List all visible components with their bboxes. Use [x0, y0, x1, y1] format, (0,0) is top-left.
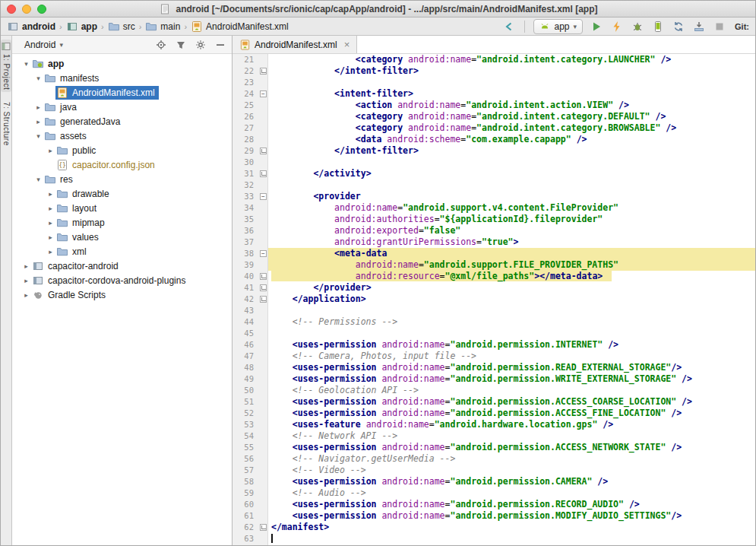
tree-item-gradle-scripts[interactable]: ▸Gradle Scripts: [12, 287, 232, 302]
tree-item-res[interactable]: ▾res: [12, 172, 232, 186]
fold-marker[interactable]: −: [258, 191, 268, 202]
code-line-28[interactable]: 28 <data android:scheme="com.example.cap…: [232, 134, 755, 145]
code-line-63[interactable]: 63: [232, 533, 755, 544]
code-line-26[interactable]: 26 <category android:name="android.inten…: [232, 111, 755, 122]
settings-icon[interactable]: [195, 39, 206, 50]
back-icon[interactable]: [502, 20, 516, 33]
project-view-selector[interactable]: Android ▾: [24, 40, 63, 50]
code-line-51[interactable]: 51 <uses-permission android:name="androi…: [232, 396, 755, 408]
tree-item-generatedjava[interactable]: ▸generatedJava: [12, 114, 232, 129]
chevron-down-icon[interactable]: ▾: [33, 132, 43, 140]
code-line-40[interactable]: 40 android:resource="@xml/file_paths"></…: [232, 271, 755, 282]
chevron-right-icon[interactable]: ▸: [46, 190, 55, 198]
tree-item-drawable[interactable]: ▸drawable: [12, 186, 232, 201]
code-line-29[interactable]: 29 </intent-filter>: [232, 145, 755, 157]
code-line-25[interactable]: 25 <action android:name="android.intent.…: [232, 100, 755, 111]
fold-marker[interactable]: [258, 294, 268, 305]
breadcrumb-item-android[interactable]: android: [5, 20, 57, 33]
structure-stripe-button[interactable]: 7: Structure: [2, 100, 11, 148]
code-line-59[interactable]: 59 <!-- Audio -->: [232, 487, 755, 499]
code-line-47[interactable]: 47 <!-- Camera, Photos, input file -->: [232, 351, 755, 362]
code-line-36[interactable]: 36 android:exported="false": [232, 225, 755, 236]
code-line-21[interactable]: 21 <category android:name="android.inten…: [232, 54, 755, 65]
fold-marker[interactable]: −: [258, 88, 268, 100]
zoom-window-button[interactable]: [37, 5, 46, 14]
tree-item-capacitor-cordova-android-plugins[interactable]: ▸capacitor-cordova-android-plugins: [12, 273, 232, 287]
code-line-43[interactable]: 43: [232, 305, 755, 316]
code-line-56[interactable]: 56 <!-- Navigator.getUserMedia -->: [232, 453, 755, 465]
close-tab-icon[interactable]: ×: [344, 40, 350, 49]
code-line-42[interactable]: 42 </application>: [232, 294, 755, 305]
code-line-45[interactable]: 45: [232, 328, 755, 339]
code-line-61[interactable]: 61 <uses-permission android:name="androi…: [232, 510, 755, 522]
code-line-44[interactable]: 44 <!-- Permissions -->: [232, 316, 755, 328]
hide-icon[interactable]: [214, 39, 226, 50]
fold-marker[interactable]: −: [258, 248, 268, 259]
code-line-52[interactable]: 52 <uses-permission android:name="androi…: [232, 408, 755, 419]
fold-marker[interactable]: [258, 522, 268, 533]
code-line-35[interactable]: 35 android:authorities="${applicationId}…: [232, 214, 755, 225]
tab-androidmanifest[interactable]: AndroidManifest.xml ×: [232, 36, 357, 53]
code-line-37[interactable]: 37 android:grantUriPermissions="true">: [232, 236, 755, 248]
code-line-48[interactable]: 48 <uses-permission android:name="androi…: [232, 362, 755, 373]
code-line-41[interactable]: 41 </provider>: [232, 282, 755, 294]
breadcrumb-item-app[interactable]: app: [65, 20, 99, 33]
tree-item-manifests[interactable]: ▾manifests: [12, 71, 232, 85]
device-icon[interactable]: [651, 20, 665, 33]
tree-item-layout[interactable]: ▸layout: [12, 201, 232, 215]
code-line-62[interactable]: 62</manifest>: [232, 522, 755, 533]
fold-marker[interactable]: [258, 271, 268, 282]
tree-item-public[interactable]: ▸public: [12, 143, 232, 157]
code-line-22[interactable]: 22 </intent-filter>: [232, 65, 755, 77]
chevron-right-icon[interactable]: ▸: [33, 118, 43, 125]
minimize-window-button[interactable]: [22, 5, 31, 14]
breadcrumb-item-main[interactable]: main: [144, 20, 182, 33]
code-editor[interactable]: 21 <category android:name="android.inten…: [232, 54, 755, 545]
code-line-30[interactable]: 30: [232, 157, 755, 168]
code-line-49[interactable]: 49 <uses-permission android:name="androi…: [232, 373, 755, 385]
code-line-54[interactable]: 54 <!-- Network API -->: [232, 430, 755, 442]
code-line-32[interactable]: 32: [232, 179, 755, 191]
chevron-right-icon[interactable]: ▸: [21, 277, 31, 284]
stop-icon[interactable]: [713, 20, 726, 33]
close-window-button[interactable]: [7, 5, 16, 14]
code-line-46[interactable]: 46 <uses-permission android:name="androi…: [232, 339, 755, 351]
sdk-icon[interactable]: [692, 20, 706, 33]
code-line-55[interactable]: 55 <uses-permission android:name="androi…: [232, 442, 755, 453]
chevron-down-icon[interactable]: ▾: [33, 176, 43, 183]
code-line-23[interactable]: 23: [232, 77, 755, 88]
project-stripe-button[interactable]: 1: Project: [1, 40, 11, 92]
code-line-34[interactable]: 34 android:name="android.support.v4.cont…: [232, 202, 755, 214]
tree-item-capacitor-android[interactable]: ▸capacitor-android: [12, 259, 232, 273]
chevron-right-icon[interactable]: ▸: [46, 219, 55, 227]
locate-icon[interactable]: [155, 39, 166, 50]
chevron-right-icon[interactable]: ▸: [33, 103, 43, 111]
code-line-33[interactable]: 33− <provider: [232, 191, 755, 202]
breadcrumb-item-androidmanifest-xml[interactable]: AndroidManifest.xml: [189, 20, 290, 33]
breadcrumb-item-src[interactable]: src: [106, 20, 137, 33]
tree-item-mipmap[interactable]: ▸mipmap: [12, 215, 232, 230]
tree-item-app[interactable]: ▾app: [12, 56, 232, 71]
tree-item-androidmanifest-xml[interactable]: AndroidManifest.xml: [12, 85, 232, 100]
fold-marker[interactable]: [258, 65, 268, 77]
code-line-53[interactable]: 53 <uses-feature android:name="android.h…: [232, 419, 755, 430]
code-line-38[interactable]: 38− <meta-data: [232, 248, 755, 259]
code-line-39[interactable]: 39 android:name="android.support.FILE_PR…: [232, 259, 755, 271]
chevron-right-icon[interactable]: ▸: [46, 233, 55, 241]
code-line-57[interactable]: 57 <!-- Video -->: [232, 465, 755, 476]
code-line-58[interactable]: 58 <uses-permission android:name="androi…: [232, 476, 755, 487]
debug-icon[interactable]: [631, 20, 644, 33]
tree-item-values[interactable]: ▸values: [12, 230, 232, 244]
code-line-27[interactable]: 27 <category android:name="android.inten…: [232, 122, 755, 134]
chevron-right-icon[interactable]: ▸: [21, 262, 31, 270]
chevron-right-icon[interactable]: ▸: [46, 248, 55, 256]
tree-item-capacitor-config-json[interactable]: {}capacitor.config.json: [12, 157, 232, 172]
code-line-60[interactable]: 60 <uses-permission android:name="androi…: [232, 499, 755, 510]
code-line-24[interactable]: 24− <intent-filter>: [232, 88, 755, 100]
filter-icon[interactable]: [175, 39, 186, 50]
chevron-down-icon[interactable]: ▾: [21, 60, 31, 68]
sync-icon[interactable]: [672, 20, 685, 33]
code-line-31[interactable]: 31 </activity>: [232, 168, 755, 179]
chevron-right-icon[interactable]: ▸: [21, 291, 31, 299]
fold-marker[interactable]: [258, 282, 268, 294]
